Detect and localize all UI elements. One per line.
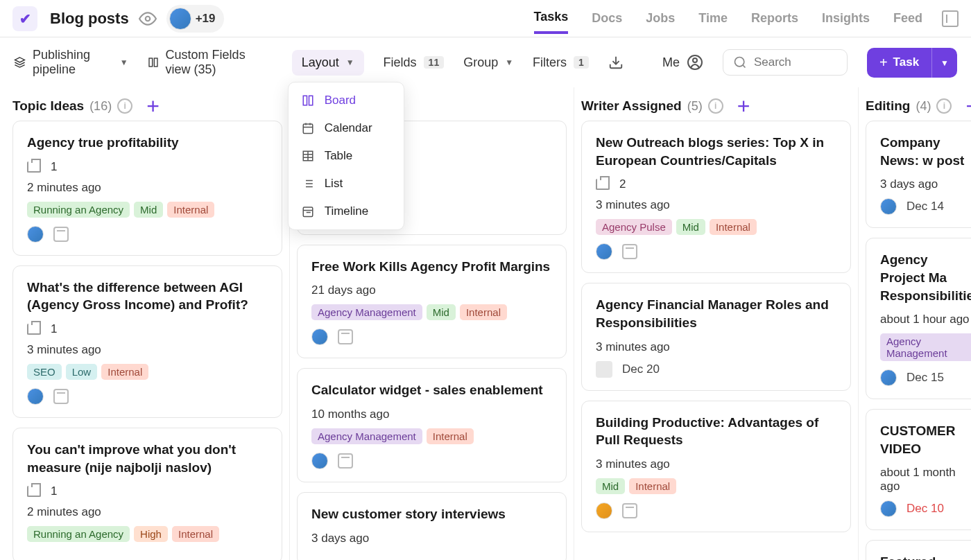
members-pill[interactable]: +19 [166,5,224,33]
nav-jobs[interactable]: Jobs [646,11,675,33]
task-card[interactable]: New customer story interviews3 days ago [297,492,567,560]
card-title: Agency true profitability [27,134,268,152]
group-button[interactable]: Group ▼ [463,55,513,70]
tag[interactable]: Mid [596,478,625,494]
task-card[interactable]: Agency Financial Manager Roles and Respo… [581,283,851,390]
add-card-button[interactable]: + [965,100,971,112]
chevron-down-icon: ▼ [120,58,128,67]
layout-selector[interactable]: Layout ▼ BoardCalendarTableListTimeline [292,50,364,76]
assignee-avatar[interactable] [596,502,612,519]
me-filter[interactable]: Me [662,54,703,71]
layout-option-board[interactable]: Board [289,87,404,114]
assignee-avatar[interactable] [27,226,44,243]
pipeline-selector[interactable]: Publishing pipeline ▼ [14,48,128,77]
assignee-avatar[interactable] [27,388,44,405]
assignee-avatar[interactable] [880,198,897,215]
card-timestamp: about 1 month ago [880,466,971,493]
add-card-button[interactable]: + [146,100,160,112]
tag[interactable]: Internal [460,304,507,320]
nav-reports[interactable]: Reports [751,11,798,33]
due-date-icon[interactable] [338,453,353,469]
due-date-icon[interactable] [53,389,69,404]
task-card[interactable]: Featured image za4 days ago [866,540,971,560]
task-card[interactable]: CUSTOMER VIDEOabout 1 month agoDec 10 [866,409,971,530]
tag[interactable]: High [134,526,168,542]
task-card[interactable]: Agency Project Ma Responsibilitiesabout … [866,238,971,399]
app-logo[interactable]: ✔ [12,6,37,31]
card-title: Calculator widget - sales enablement [311,381,552,399]
nav-tasks[interactable]: Tasks [534,10,569,34]
nav-docs[interactable]: Docs [592,11,622,33]
column-header: Writer Assigned(5)i+ [581,87,851,121]
assignee-avatar[interactable] [311,453,328,469]
assignee-avatar[interactable] [880,369,897,386]
tag[interactable]: Running an Agency [27,526,130,542]
card-title: Agency Project Ma Responsibilities [880,251,971,304]
tag[interactable]: Mid [427,304,456,320]
view-selector[interactable]: Custom Fields view (35) [148,48,273,77]
assignee-avatar[interactable] [880,500,897,517]
nav-insights[interactable]: Insights [822,11,870,33]
tag[interactable]: Mid [134,202,163,218]
svg-marker-1 [15,58,24,62]
tag[interactable]: Running an Agency [27,202,130,218]
tag[interactable]: Internal [172,526,219,542]
download-button[interactable] [608,55,624,70]
card-timestamp: 10 months ago [311,408,552,421]
create-task-button[interactable]: + Task [867,48,931,78]
task-card[interactable]: Agency true profitability12 minutes agoR… [12,121,282,256]
subtask-icon [27,486,41,497]
task-card[interactable]: Calculator widget - sales enablement10 m… [297,368,567,482]
assignee-avatar[interactable] [311,329,328,345]
layout-option-table[interactable]: Table [289,142,404,170]
task-card[interactable]: Free Work Kills Agency Profit Margins21 … [297,245,567,359]
info-icon[interactable]: i [117,98,132,114]
search-box[interactable] [723,49,848,76]
user-circle-icon [687,54,703,71]
tag[interactable]: SEO [27,364,62,380]
filters-button[interactable]: Filters 1 [533,55,589,70]
side-panel-icon[interactable] [942,10,959,27]
fields-button[interactable]: Fields 11 [384,55,445,70]
tag[interactable]: Agency Pulse [596,219,672,235]
nav-feed[interactable]: Feed [893,11,922,33]
assignee-avatar[interactable] [596,243,612,260]
board: Topic Ideas(16)i+Agency true profitabili… [0,87,971,560]
due-date-icon[interactable] [338,329,353,344]
create-task-options[interactable]: ▼ [931,48,957,78]
card-title: You can't improve what you don't measure… [27,441,268,476]
tag[interactable]: Agency Management [880,333,971,361]
tag[interactable]: Low [66,364,98,380]
search-input[interactable] [754,55,837,69]
tag[interactable]: Internal [629,478,676,494]
visibility-icon[interactable] [139,10,157,28]
task-card[interactable]: You can't improve what you don't measure… [12,428,282,560]
tag[interactable]: Internal [710,219,757,235]
subtask-count: 1 [51,322,57,336]
tag[interactable]: Internal [101,364,148,380]
tag[interactable]: Mid [676,219,705,235]
chevron-down-icon: ▼ [940,58,949,68]
assignee-placeholder[interactable] [596,361,612,378]
layout-option-list[interactable]: List [289,170,404,198]
nav-time[interactable]: Time [698,11,728,33]
column: Editing(4)i+Company News: w post3 days a… [859,87,971,560]
top-nav: TasksDocsJobsTimeReportsInsightsFeed [534,10,922,27]
task-card[interactable]: What's the difference between AGI (Agenc… [12,265,282,418]
tag[interactable]: Internal [427,428,474,444]
task-card[interactable]: New Outreach blogs series: Top X in Euro… [581,121,851,273]
tag[interactable]: Agency Management [311,304,422,320]
add-card-button[interactable]: + [737,100,750,112]
tag[interactable]: Internal [167,202,214,218]
info-icon[interactable]: i [936,98,952,114]
layout-option-calendar[interactable]: Calendar [289,114,404,142]
due-date-icon[interactable] [622,244,637,259]
task-card[interactable]: Building Productive: Advantages of Pull … [581,401,851,532]
column: Writer Assigned(5)i+New Outreach blogs s… [574,87,859,560]
tag[interactable]: Agency Management [311,428,422,444]
due-date-icon[interactable] [622,503,637,518]
layout-option-timeline[interactable]: Timeline [289,198,404,225]
due-date-icon[interactable] [53,227,69,242]
info-icon[interactable]: i [708,98,723,114]
task-card[interactable]: Company News: w post3 days agoDec 14 [866,121,971,228]
